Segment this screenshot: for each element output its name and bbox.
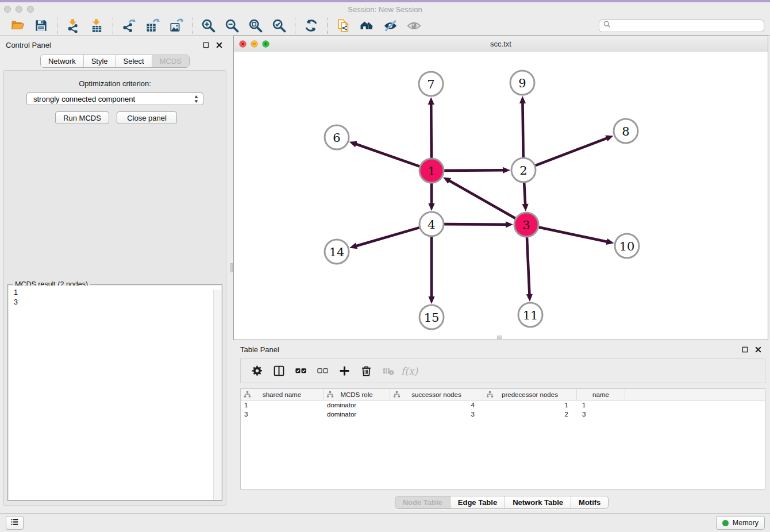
splitter-grip[interactable] bbox=[230, 263, 233, 272]
mcds-result-list[interactable]: 13 bbox=[9, 286, 221, 500]
column-header-predecessor-nodes[interactable]: predecessor nodes bbox=[483, 389, 577, 400]
columns-button[interactable] bbox=[272, 364, 286, 378]
gear-button[interactable] bbox=[250, 364, 264, 378]
cell-shared-name[interactable]: 1 bbox=[241, 402, 324, 408]
close-panel-button[interactable]: Close panel bbox=[117, 111, 177, 124]
result-scrollbar[interactable] bbox=[213, 290, 221, 500]
edge-1-6[interactable] bbox=[355, 144, 419, 166]
cell-name[interactable]: 3 bbox=[577, 411, 625, 418]
import-network-icon bbox=[66, 18, 80, 33]
export-image-button[interactable] bbox=[167, 17, 185, 34]
edge-arrowhead bbox=[349, 243, 357, 249]
export-network-button[interactable] bbox=[120, 17, 138, 34]
column-header-name[interactable]: name bbox=[577, 389, 625, 400]
table-body: 1dominator4113dominator323 bbox=[241, 400, 765, 419]
save-session-button[interactable] bbox=[32, 17, 50, 34]
refresh-button[interactable] bbox=[302, 17, 320, 34]
memory-status-dot bbox=[722, 520, 729, 526]
node-label-11: 11 bbox=[523, 309, 538, 322]
zoom-selected-button[interactable] bbox=[270, 17, 288, 34]
run-mcds-button[interactable]: Run MCDS bbox=[55, 111, 109, 124]
node-label-1: 1 bbox=[428, 164, 435, 178]
tab-network-table[interactable]: Network Table bbox=[505, 496, 571, 508]
node-label-10: 10 bbox=[619, 240, 635, 253]
add-button[interactable] bbox=[337, 364, 351, 378]
cell-predecessor-nodes[interactable]: 2 bbox=[483, 411, 577, 418]
tab-mcds[interactable]: MCDS bbox=[152, 55, 189, 67]
network-canvas[interactable]: 1234678910111415 bbox=[234, 52, 768, 340]
open-file-button[interactable] bbox=[9, 17, 26, 34]
clone-network-button[interactable] bbox=[334, 17, 352, 34]
cell-MCDS-role[interactable]: dominator bbox=[324, 411, 390, 418]
export-network-icon bbox=[122, 18, 136, 33]
float-panel-icon[interactable] bbox=[741, 345, 749, 353]
edge-arrowhead bbox=[428, 296, 434, 304]
edge-arrowhead bbox=[519, 96, 526, 103]
zoom-fit-button[interactable] bbox=[247, 17, 264, 34]
column-header-successor-nodes[interactable]: successor nodes bbox=[390, 389, 483, 400]
app-title: Session: New Session bbox=[0, 5, 770, 14]
edge-1-7[interactable] bbox=[431, 103, 432, 158]
zoom-out-button[interactable] bbox=[223, 17, 241, 34]
table-row[interactable]: 1dominator411 bbox=[241, 400, 765, 410]
zoom-network-button[interactable] bbox=[262, 40, 270, 48]
edge-2-3[interactable] bbox=[524, 183, 525, 205]
close-panel-icon[interactable] bbox=[215, 41, 223, 49]
trash-button[interactable] bbox=[359, 364, 373, 378]
select-stepper-icon bbox=[194, 95, 199, 103]
edge-4-14[interactable] bbox=[356, 228, 419, 246]
criterion-select[interactable]: strongly connected component bbox=[26, 92, 203, 105]
task-history-button[interactable] bbox=[6, 516, 24, 530]
column-header-shared-name[interactable]: shared name bbox=[241, 389, 324, 400]
cell-predecessor-nodes[interactable]: 1 bbox=[483, 402, 577, 408]
select-all-checks-button[interactable] bbox=[294, 364, 307, 378]
tab-network[interactable]: Network bbox=[41, 55, 83, 67]
hide-eye-button[interactable] bbox=[382, 17, 399, 34]
edge-3-1[interactable] bbox=[449, 180, 515, 218]
tab-node-table[interactable]: Node Table bbox=[395, 496, 450, 508]
status-bar: Memory bbox=[0, 513, 770, 532]
delete-table-icon bbox=[382, 365, 394, 377]
show-eye-button[interactable] bbox=[405, 17, 423, 34]
clear-checks-icon bbox=[317, 365, 329, 377]
close-network-button[interactable] bbox=[239, 40, 247, 48]
edge-1-2[interactable] bbox=[444, 170, 504, 171]
edge-3-11[interactable] bbox=[527, 237, 530, 295]
minimize-network-button[interactable] bbox=[251, 40, 258, 48]
tab-motifs[interactable]: Motifs bbox=[571, 496, 608, 508]
tab-style[interactable]: Style bbox=[83, 55, 116, 67]
cell-name[interactable]: 1 bbox=[577, 402, 625, 408]
tab-edge-table[interactable]: Edge Table bbox=[450, 496, 505, 508]
import-network-button[interactable] bbox=[64, 17, 82, 34]
cell-MCDS-role[interactable]: dominator bbox=[324, 402, 390, 408]
edge-3-10[interactable] bbox=[539, 228, 608, 242]
memory-button[interactable]: Memory bbox=[716, 516, 765, 530]
cell-shared-name[interactable]: 3 bbox=[241, 411, 324, 418]
column-label: shared name bbox=[263, 391, 301, 398]
edge-2-8[interactable] bbox=[536, 138, 608, 165]
edge-2-9[interactable] bbox=[522, 102, 523, 157]
trash-icon bbox=[360, 365, 372, 377]
houses-button[interactable] bbox=[358, 17, 376, 34]
toolbar-separator bbox=[113, 18, 113, 34]
column-header-MCDS-role[interactable]: MCDS role bbox=[324, 389, 390, 400]
cell-successor-nodes[interactable]: 3 bbox=[390, 411, 483, 418]
search-input[interactable] bbox=[611, 21, 764, 30]
edge-arrowhead bbox=[522, 204, 529, 211]
table-row[interactable]: 3dominator323 bbox=[241, 410, 765, 419]
import-table-button[interactable] bbox=[88, 17, 106, 34]
cell-successor-nodes[interactable]: 4 bbox=[390, 402, 483, 408]
network-window-titlebar[interactable]: scc.txt bbox=[234, 36, 768, 52]
clear-checks-button[interactable] bbox=[315, 364, 329, 378]
svg-text:f(x): f(x) bbox=[401, 365, 419, 377]
float-panel-icon[interactable] bbox=[202, 41, 210, 49]
canvas-resize-grip[interactable] bbox=[497, 336, 502, 339]
edge-4-3[interactable] bbox=[444, 224, 507, 225]
control-panel-title: Control Panel bbox=[6, 41, 51, 49]
zoom-in-button[interactable] bbox=[199, 17, 217, 34]
close-panel-icon[interactable] bbox=[754, 345, 762, 353]
export-table-button[interactable] bbox=[144, 17, 161, 34]
tab-select[interactable]: Select bbox=[116, 55, 152, 67]
edge-arrowhead bbox=[503, 167, 510, 174]
edge-arrowhead bbox=[526, 294, 533, 302]
